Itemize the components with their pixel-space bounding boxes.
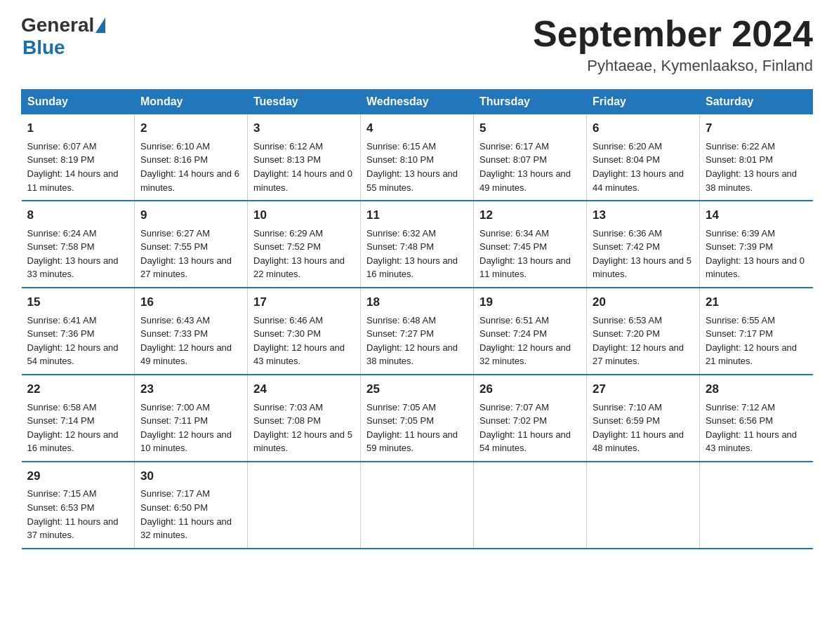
calendar-cell: 20 Sunrise: 6:53 AMSunset: 7:20 PMDaylig… xyxy=(587,288,700,375)
calendar-cell: 27 Sunrise: 7:10 AMSunset: 6:59 PMDaylig… xyxy=(587,375,700,462)
day-number: 29 xyxy=(27,468,129,485)
day-info: Sunrise: 6:17 AMSunset: 8:07 PMDaylight:… xyxy=(479,141,571,193)
day-info: Sunrise: 6:22 AMSunset: 8:01 PMDaylight:… xyxy=(706,141,797,193)
day-number: 22 xyxy=(27,381,129,398)
calendar-cell: 22 Sunrise: 6:58 AMSunset: 7:14 PMDaylig… xyxy=(22,375,135,462)
day-number: 7 xyxy=(706,120,807,137)
header-friday: Friday xyxy=(587,90,700,114)
day-number: 20 xyxy=(593,294,694,311)
month-title: September 2024 xyxy=(533,14,813,54)
day-number: 13 xyxy=(593,207,694,224)
calendar-cell: 26 Sunrise: 7:07 AMSunset: 7:02 PMDaylig… xyxy=(474,375,587,462)
day-number: 18 xyxy=(366,294,468,311)
day-info: Sunrise: 6:46 AMSunset: 7:30 PMDaylight:… xyxy=(253,315,345,367)
calendar-cell: 4 Sunrise: 6:15 AMSunset: 8:10 PMDayligh… xyxy=(361,114,474,201)
day-info: Sunrise: 7:05 AMSunset: 7:05 PMDaylight:… xyxy=(366,402,458,454)
day-info: Sunrise: 6:39 AMSunset: 7:39 PMDaylight:… xyxy=(706,228,805,280)
day-number: 23 xyxy=(140,381,241,398)
day-info: Sunrise: 7:03 AMSunset: 7:08 PMDaylight:… xyxy=(253,402,352,454)
logo-blue-text: Blue xyxy=(22,36,65,59)
day-info: Sunrise: 6:43 AMSunset: 7:33 PMDaylight:… xyxy=(140,315,232,367)
day-info: Sunrise: 6:48 AMSunset: 7:27 PMDaylight:… xyxy=(366,315,458,367)
header-tuesday: Tuesday xyxy=(248,90,361,114)
page-header: General Blue September 2024 Pyhtaeae, Ky… xyxy=(21,14,813,75)
day-number: 8 xyxy=(27,207,129,224)
day-number: 15 xyxy=(27,294,129,311)
day-info: Sunrise: 6:29 AMSunset: 7:52 PMDaylight:… xyxy=(253,228,345,280)
calendar-cell: 13 Sunrise: 6:36 AMSunset: 7:42 PMDaylig… xyxy=(587,201,700,288)
calendar-header: Sunday Monday Tuesday Wednesday Thursday… xyxy=(22,90,813,114)
day-info: Sunrise: 6:10 AMSunset: 8:16 PMDaylight:… xyxy=(140,141,239,193)
calendar-cell: 28 Sunrise: 7:12 AMSunset: 6:56 PMDaylig… xyxy=(700,375,813,462)
calendar-cell xyxy=(700,462,813,549)
calendar-cell: 5 Sunrise: 6:17 AMSunset: 8:07 PMDayligh… xyxy=(474,114,587,201)
calendar-cell: 30 Sunrise: 7:17 AMSunset: 6:50 PMDaylig… xyxy=(135,462,248,549)
day-info: Sunrise: 7:00 AMSunset: 7:11 PMDaylight:… xyxy=(140,402,232,454)
calendar-cell: 12 Sunrise: 6:34 AMSunset: 7:45 PMDaylig… xyxy=(474,201,587,288)
day-number: 10 xyxy=(253,207,355,224)
day-number: 28 xyxy=(706,381,807,398)
day-info: Sunrise: 6:53 AMSunset: 7:20 PMDaylight:… xyxy=(593,315,684,367)
day-number: 4 xyxy=(366,120,468,137)
logo: General Blue xyxy=(21,14,105,59)
day-number: 2 xyxy=(140,120,241,137)
day-number: 26 xyxy=(479,381,581,398)
day-info: Sunrise: 7:10 AMSunset: 6:59 PMDaylight:… xyxy=(593,402,684,454)
day-info: Sunrise: 7:12 AMSunset: 6:56 PMDaylight:… xyxy=(706,402,797,454)
header-thursday: Thursday xyxy=(474,90,587,114)
day-info: Sunrise: 6:27 AMSunset: 7:55 PMDaylight:… xyxy=(140,228,232,280)
day-number: 27 xyxy=(593,381,694,398)
calendar-cell: 23 Sunrise: 7:00 AMSunset: 7:11 PMDaylig… xyxy=(135,375,248,462)
title-section: September 2024 Pyhtaeae, Kymenlaakso, Fi… xyxy=(533,14,813,75)
calendar-cell: 7 Sunrise: 6:22 AMSunset: 8:01 PMDayligh… xyxy=(700,114,813,201)
calendar-cell xyxy=(248,462,361,549)
day-info: Sunrise: 6:07 AMSunset: 8:19 PMDaylight:… xyxy=(27,141,119,193)
day-info: Sunrise: 6:41 AMSunset: 7:36 PMDaylight:… xyxy=(27,315,119,367)
calendar-cell: 21 Sunrise: 6:55 AMSunset: 7:17 PMDaylig… xyxy=(700,288,813,375)
day-number: 14 xyxy=(706,207,807,224)
day-info: Sunrise: 6:12 AMSunset: 8:13 PMDaylight:… xyxy=(253,141,352,193)
header-sunday: Sunday xyxy=(22,90,135,114)
calendar-cell: 6 Sunrise: 6:20 AMSunset: 8:04 PMDayligh… xyxy=(587,114,700,201)
day-info: Sunrise: 6:51 AMSunset: 7:24 PMDaylight:… xyxy=(479,315,571,367)
day-number: 5 xyxy=(479,120,581,137)
day-info: Sunrise: 6:24 AMSunset: 7:58 PMDaylight:… xyxy=(27,228,119,280)
calendar-cell xyxy=(587,462,700,549)
day-info: Sunrise: 6:32 AMSunset: 7:48 PMDaylight:… xyxy=(366,228,458,280)
day-number: 24 xyxy=(253,381,355,398)
day-info: Sunrise: 7:07 AMSunset: 7:02 PMDaylight:… xyxy=(479,402,571,454)
day-info: Sunrise: 7:17 AMSunset: 6:50 PMDaylight:… xyxy=(140,488,232,540)
day-number: 6 xyxy=(593,120,694,137)
day-number: 21 xyxy=(706,294,807,311)
header-saturday: Saturday xyxy=(700,90,813,114)
calendar-cell: 25 Sunrise: 7:05 AMSunset: 7:05 PMDaylig… xyxy=(361,375,474,462)
day-info: Sunrise: 6:15 AMSunset: 8:10 PMDaylight:… xyxy=(366,141,458,193)
day-number: 3 xyxy=(253,120,355,137)
calendar-cell: 9 Sunrise: 6:27 AMSunset: 7:55 PMDayligh… xyxy=(135,201,248,288)
day-number: 19 xyxy=(479,294,581,311)
day-number: 11 xyxy=(366,207,468,224)
calendar-cell: 3 Sunrise: 6:12 AMSunset: 8:13 PMDayligh… xyxy=(248,114,361,201)
day-number: 12 xyxy=(479,207,581,224)
calendar-body: 1 Sunrise: 6:07 AMSunset: 8:19 PMDayligh… xyxy=(22,114,813,549)
logo-general-text: General xyxy=(21,14,94,36)
header-monday: Monday xyxy=(135,90,248,114)
calendar-cell: 2 Sunrise: 6:10 AMSunset: 8:16 PMDayligh… xyxy=(135,114,248,201)
calendar-cell: 11 Sunrise: 6:32 AMSunset: 7:48 PMDaylig… xyxy=(361,201,474,288)
day-number: 25 xyxy=(366,381,468,398)
day-info: Sunrise: 6:36 AMSunset: 7:42 PMDaylight:… xyxy=(593,228,691,280)
day-number: 30 xyxy=(140,468,241,485)
calendar-cell: 17 Sunrise: 6:46 AMSunset: 7:30 PMDaylig… xyxy=(248,288,361,375)
day-number: 17 xyxy=(253,294,355,311)
day-number: 1 xyxy=(27,120,129,137)
calendar-cell: 15 Sunrise: 6:41 AMSunset: 7:36 PMDaylig… xyxy=(22,288,135,375)
day-number: 9 xyxy=(140,207,241,224)
day-info: Sunrise: 7:15 AMSunset: 6:53 PMDaylight:… xyxy=(27,488,119,540)
calendar-cell: 29 Sunrise: 7:15 AMSunset: 6:53 PMDaylig… xyxy=(22,462,135,549)
day-number: 16 xyxy=(140,294,241,311)
header-wednesday: Wednesday xyxy=(361,90,474,114)
day-info: Sunrise: 6:58 AMSunset: 7:14 PMDaylight:… xyxy=(27,402,119,454)
day-info: Sunrise: 6:34 AMSunset: 7:45 PMDaylight:… xyxy=(479,228,571,280)
calendar-cell: 14 Sunrise: 6:39 AMSunset: 7:39 PMDaylig… xyxy=(700,201,813,288)
location-text: Pyhtaeae, Kymenlaakso, Finland xyxy=(533,57,813,75)
